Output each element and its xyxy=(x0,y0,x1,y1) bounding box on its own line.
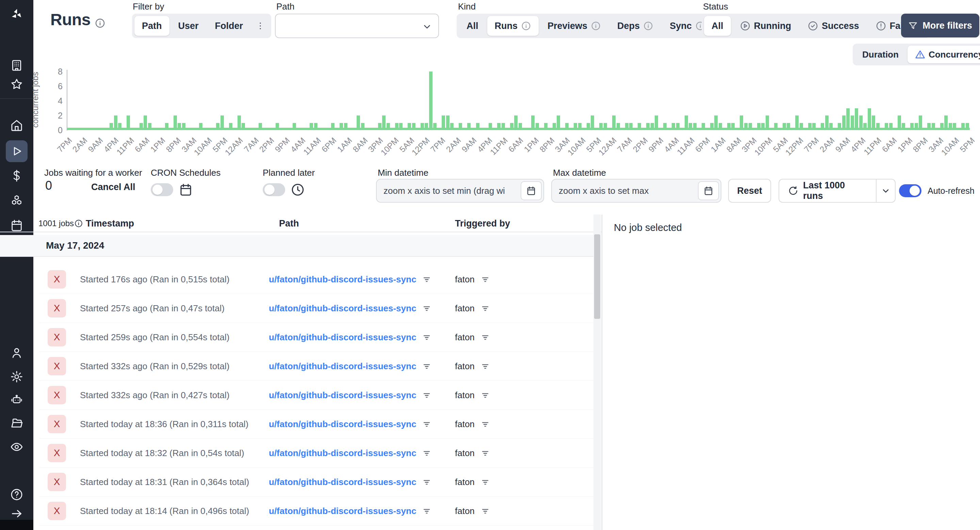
kind-all-tab[interactable]: All xyxy=(459,16,486,36)
favorites-star-icon[interactable] xyxy=(10,78,24,91)
resources-dollar-icon[interactable] xyxy=(10,169,24,183)
filter-by-user-icon[interactable] xyxy=(481,333,490,342)
variables-cubes-icon[interactable] xyxy=(10,194,24,208)
table-row[interactable]: X Started 332s ago (Ran in 0,529s total)… xyxy=(39,352,594,381)
filter-by-path-icon[interactable] xyxy=(422,420,431,429)
last-runs-button[interactable]: Last 1000 runs xyxy=(778,179,876,203)
run-path-link[interactable]: u/faton/github-discord-issues-sync xyxy=(269,506,416,516)
list-scrollbar[interactable] xyxy=(593,215,601,530)
column-header-triggered-by[interactable]: Triggered by xyxy=(455,215,510,232)
filter-by-path-icon[interactable] xyxy=(422,362,431,371)
x-axis-tick-label: 1PM xyxy=(896,136,914,154)
filter-by-user-icon[interactable] xyxy=(481,420,490,429)
filter-by-user-icon[interactable] xyxy=(481,304,490,313)
run-triggered-by: faton xyxy=(455,506,475,516)
filter-by-path-icon[interactable] xyxy=(422,507,431,516)
filter-by-path-icon[interactable] xyxy=(422,449,431,458)
concurrency-tab[interactable]: Concurrency xyxy=(907,46,980,63)
status-success-tab[interactable]: Success xyxy=(800,16,867,36)
workers-robot-icon[interactable] xyxy=(10,393,24,407)
kind-previews-tab[interactable]: Previews xyxy=(540,16,608,36)
windmill-logo-icon[interactable] xyxy=(10,8,24,21)
filter-by-user-icon[interactable] xyxy=(481,507,490,516)
cancel-all-button[interactable]: Cancel All xyxy=(91,182,135,192)
x-axis-tick-label: 1PM xyxy=(149,136,167,154)
kind-label: Kind xyxy=(458,2,476,12)
list-scrollbar-thumb[interactable] xyxy=(594,234,600,319)
table-row[interactable]: X Started 257s ago (Ran in 0,47s total) … xyxy=(39,294,594,323)
jobs-info-icon[interactable] xyxy=(74,219,83,228)
filter-by-user-icon[interactable] xyxy=(481,275,490,284)
concurrency-chart[interactable] xyxy=(67,67,970,130)
audit-eye-icon[interactable] xyxy=(10,440,24,454)
auto-refresh-toggle[interactable] xyxy=(899,184,921,197)
filter-by-path-tab[interactable]: Path xyxy=(134,16,169,36)
x-axis-tick-label: 1AM xyxy=(335,136,354,154)
duration-tab[interactable]: Duration xyxy=(855,46,906,63)
settings-gear-icon[interactable] xyxy=(10,370,24,383)
status-segmented: All Running Success Failure xyxy=(702,14,930,38)
planned-later-toggle[interactable] xyxy=(263,183,285,196)
funnel-icon xyxy=(908,21,918,30)
table-row[interactable]: X Started today at 18:32 (Ran in 0,54s t… xyxy=(39,439,594,468)
runs-play-icon[interactable] xyxy=(10,144,24,158)
kind-runs-tab[interactable]: Runs xyxy=(487,16,539,36)
check-circle-icon xyxy=(808,21,818,31)
status-running-tab[interactable]: Running xyxy=(732,16,799,36)
users-person-icon[interactable] xyxy=(10,346,24,360)
home-icon[interactable] xyxy=(10,118,24,132)
run-path-link[interactable]: u/faton/github-discord-issues-sync xyxy=(269,274,416,285)
table-row[interactable]: X Started today at 18:36 (Ran in 0,311s … xyxy=(39,410,594,439)
min-datetime-input[interactable] xyxy=(376,179,544,203)
planned-later-label: Planned later xyxy=(263,168,315,178)
table-row[interactable]: X Started 332s ago (Ran in 0,427s total)… xyxy=(39,381,594,410)
more-filters-button[interactable]: More filters xyxy=(901,14,979,37)
max-datetime-calendar-button[interactable] xyxy=(698,181,719,200)
column-header-timestamp[interactable]: Timestamp xyxy=(86,215,134,232)
filter-by-user-icon[interactable] xyxy=(481,478,490,487)
chart-bar xyxy=(855,108,858,131)
filter-by-user-icon[interactable] xyxy=(481,362,490,371)
workspace-building-icon[interactable] xyxy=(10,59,24,72)
filter-by-path-icon[interactable] xyxy=(422,333,431,342)
filter-by-path-icon[interactable] xyxy=(422,478,431,487)
run-path-link[interactable]: u/faton/github-discord-issues-sync xyxy=(269,390,416,401)
filter-by-path-icon[interactable] xyxy=(422,391,431,400)
x-axis-tick-label: 12AM xyxy=(223,136,245,157)
filter-by-folder-tab[interactable]: Folder xyxy=(208,16,251,36)
min-datetime-calendar-button[interactable] xyxy=(520,181,542,200)
column-header-path[interactable]: Path xyxy=(279,215,299,232)
x-axis-tick-label: 7PM xyxy=(429,136,447,154)
run-path-link[interactable]: u/faton/github-discord-issues-sync xyxy=(269,332,416,343)
filter-by-user-icon[interactable] xyxy=(481,391,490,400)
x-axis-tick-label: 8AM xyxy=(351,136,369,154)
run-timestamp: Started 332s ago (Ran in 0,427s total) xyxy=(80,381,229,410)
last-runs-dropdown-button[interactable] xyxy=(876,179,896,203)
run-path-link[interactable]: u/faton/github-discord-issues-sync xyxy=(269,477,416,487)
collapse-arrow-right-icon[interactable] xyxy=(10,507,24,520)
filter-by-path-icon[interactable] xyxy=(422,275,431,284)
run-path-link[interactable]: u/faton/github-discord-issues-sync xyxy=(269,361,416,372)
table-row[interactable]: X Started 176s ago (Ran in 0,515s total)… xyxy=(39,265,594,294)
status-all-tab[interactable]: All xyxy=(704,16,731,36)
path-filter-select[interactable] xyxy=(275,14,439,38)
runs-info-icon[interactable] xyxy=(95,18,105,29)
reset-button[interactable]: Reset xyxy=(728,179,771,203)
max-datetime-input[interactable] xyxy=(551,179,721,203)
x-axis-tick-label: 10PM xyxy=(752,136,774,157)
help-icon[interactable] xyxy=(10,488,24,501)
filter-by-user-tab[interactable]: User xyxy=(171,16,206,36)
run-path-link[interactable]: u/faton/github-discord-issues-sync xyxy=(269,448,416,458)
cron-schedules-toggle[interactable] xyxy=(151,183,173,196)
filter-by-user-icon[interactable] xyxy=(481,449,490,458)
run-path-link[interactable]: u/faton/github-discord-issues-sync xyxy=(269,303,416,314)
x-axis-tick-label: 11AM xyxy=(301,136,323,157)
table-row[interactable]: X Started today at 18:14 (Ran in 0,496s … xyxy=(39,496,594,525)
run-path-link[interactable]: u/faton/github-discord-issues-sync xyxy=(269,419,416,429)
kind-deps-tab[interactable]: Deps xyxy=(610,16,661,36)
filter-by-path-icon[interactable] xyxy=(422,304,431,313)
filter-by-more-dots-icon[interactable] xyxy=(252,16,269,36)
table-row[interactable]: X Started 259s ago (Ran in 0,554s total)… xyxy=(39,323,594,352)
folders-icon[interactable] xyxy=(10,416,24,430)
table-row[interactable]: X Started today at 18:31 (Ran in 0,364s … xyxy=(39,468,594,496)
